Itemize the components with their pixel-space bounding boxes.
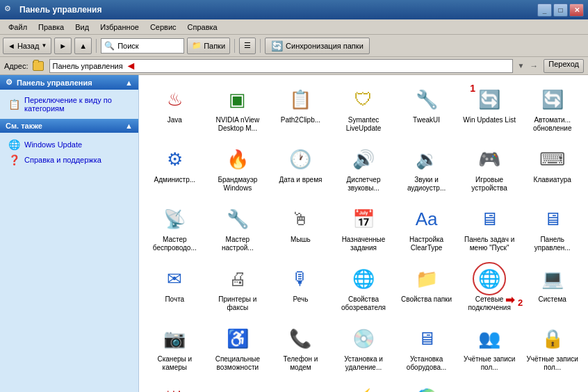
menu-edit[interactable]: Правка — [33, 22, 70, 33]
icon-cleartype: Aa — [416, 210, 438, 228]
icon-item-mail[interactable]: ✉Почта — [145, 260, 205, 317]
address-dropdown-icon[interactable]: ▼ — [517, 62, 524, 70]
icon-item-tasks[interactable]: 📅Назначенные задания — [334, 200, 394, 257]
icon-item-folder[interactable]: 📁Свойства папки — [396, 260, 457, 317]
icon-item-system[interactable]: 💻Система — [522, 260, 582, 317]
sidebar-item-windows-update[interactable]: 🌐 Windows Update — [6, 137, 133, 152]
icon-item-nvidia[interactable]: ▣NVIDIA nView Desktop M... — [208, 81, 268, 138]
icon-label-games: Игровые устройства — [463, 176, 516, 193]
icon-item-network[interactable]: 🌐➡2Сетевые подключения — [459, 260, 520, 317]
icon-label-sounds2: Звуки и аудиоустр... — [400, 176, 453, 193]
forward-button[interactable]: ► — [54, 38, 72, 54]
icon-item-winupdates[interactable]: 🔄1Win Updates List — [459, 81, 520, 138]
icon-java: ♨ — [167, 90, 183, 108]
icon-avtomat: 🔄 — [541, 90, 564, 108]
sync-button[interactable]: 🔄 Синхронизация папки — [265, 38, 370, 54]
icon-sounds2: 🔉 — [416, 150, 438, 168]
icon-item-security[interactable]: 🛡Центр обеспечен... — [145, 379, 205, 392]
icon-item-keyboard[interactable]: ⌨Клавиатура — [522, 140, 582, 197]
icon-label-users1: Учётные записи пол... — [463, 355, 516, 372]
back-dropdown-icon: ▼ — [41, 42, 47, 49]
icon-accessibility: ♿ — [227, 329, 249, 348]
icon-item-hardware[interactable]: 🖥Установка оборудова... — [396, 320, 457, 377]
icon-label-phone: Телефон и модем — [274, 355, 327, 372]
badge-2: 2 — [518, 297, 523, 308]
sync-icon: 🔄 — [271, 40, 283, 51]
menu-service[interactable]: Сервис — [145, 22, 182, 33]
address-input[interactable]: Панель управления ◄ — [49, 59, 514, 73]
icon-item-taskbar[interactable]: 🖥Панель задач и меню "Пуск" — [459, 200, 520, 257]
toolbar-separator3 — [260, 39, 261, 53]
menu-help[interactable]: Справка — [182, 22, 223, 33]
icon-item-path2clip[interactable]: 📋Path2Clipb... — [270, 81, 331, 138]
icon-mail: ✉ — [167, 270, 182, 288]
up-button[interactable]: ▲ — [74, 38, 92, 54]
menu-file[interactable]: Файл — [3, 22, 33, 33]
close-button[interactable]: ✕ — [569, 3, 584, 17]
icon-item-wizard1[interactable]: 📡Мастер беспроводо... — [145, 200, 205, 257]
main-area: ⚙ Панель управления ▲ 📋 Переключение к в… — [0, 75, 588, 392]
icon-label-addremove: Установка и удаление... — [337, 355, 391, 372]
icon-item-symantec[interactable]: 🛡Symantec LiveUpdate — [334, 81, 394, 138]
icon-grid: ♨Java▣NVIDIA nView Desktop M...📋Path2Cli… — [145, 81, 582, 392]
content-area: ♨Java▣NVIDIA nView Desktop M...📋Path2Cli… — [139, 75, 588, 392]
sidebar-section-also-header[interactable]: См. также ▲ — [0, 119, 138, 133]
icon-item-mouse[interactable]: 🖱Мышь — [270, 200, 331, 257]
icon-item-sound[interactable]: 🔊Диспетчер звуковы... — [334, 140, 394, 197]
sidebar-item-help[interactable]: ❓ Справка и поддержка — [6, 152, 133, 168]
icon-item-users2[interactable]: 🔒Учётные записи пол... — [522, 320, 582, 377]
icon-taskbar: 🖥 — [480, 210, 498, 228]
icon-item-fonts[interactable]: AШрифты — [208, 379, 268, 392]
icon-item-sounds2[interactable]: 🔉Звуки и аудиоустр... — [396, 140, 457, 197]
icon-item-phone[interactable]: 📞Телефон и модем — [270, 320, 331, 377]
icon-tasks: 📅 — [352, 210, 375, 228]
icon-item-avtomat[interactable]: 🔄Автомати... обновление — [522, 81, 582, 138]
icon-security: 🛡 — [165, 389, 183, 392]
icon-item-printers[interactable]: 🖨Принтеры и факсы — [208, 260, 268, 317]
sidebar-panel-title2: См. также — [6, 122, 42, 130]
sidebar-section-panel-header[interactable]: ⚙ Панель управления ▲ — [0, 75, 138, 90]
address-nav-icon[interactable]: → — [530, 61, 538, 71]
icon-item-scanners[interactable]: 📷Сканеры и камеры — [145, 320, 205, 377]
icon-item-control[interactable]: 🖥Панель управлен... — [522, 200, 582, 257]
icon-users1: 👥 — [478, 329, 500, 348]
icon-item-tweakui[interactable]: 🔧TweakUI — [396, 81, 457, 138]
icon-label-hardware: Установка оборудова... — [400, 355, 453, 372]
icon-printers: 🖨 — [229, 270, 247, 288]
icon-tweakui: 🔧 — [416, 90, 438, 108]
sidebar-item-categories[interactable]: 📋 Переключение к виду по категориям — [6, 94, 133, 115]
sidebar-also-title-row: См. также — [6, 122, 42, 130]
icon-item-accessibility[interactable]: ♿Специальные возможности — [208, 320, 268, 377]
sidebar-title-row: ⚙ Панель управления — [6, 78, 92, 87]
icon-item-games[interactable]: 🎮Игровые устройства — [459, 140, 520, 197]
icon-item-wizard2[interactable]: 🔧Мастер настрой... — [208, 200, 268, 257]
icon-item-addremove[interactable]: 💿Установка и удаление... — [334, 320, 394, 377]
icon-item-users1[interactable]: 👥Учётные записи пол... — [459, 320, 520, 377]
folders-icon: 📁 — [192, 41, 202, 50]
window-title: Панель управления — [19, 5, 537, 15]
back-button[interactable]: ◄ Назад ▼ — [3, 38, 51, 54]
address-arrow-annotation: ◄ — [126, 60, 137, 72]
icon-item-java[interactable]: ♨Java — [145, 81, 205, 138]
icon-item-datetime[interactable]: 🕐Дата и время — [270, 140, 331, 197]
icon-item-speech[interactable]: 🎙Речь — [270, 260, 331, 317]
icon-item-region[interactable]: 🌍Язык и регональ... — [396, 379, 457, 392]
icon-label-avtomat: Автомати... обновление — [525, 116, 579, 133]
toolbar: ◄ Назад ▼ ► ▲ 🔍 Поиск 📁 Папки ☰ 🔄 Синхро… — [0, 35, 588, 57]
icon-item-admin[interactable]: ⚙Администр... — [145, 140, 205, 197]
maximize-button[interactable]: □ — [553, 3, 568, 17]
menu-favorites[interactable]: Избранное — [95, 22, 145, 33]
menu-view[interactable]: Вид — [70, 22, 95, 33]
icon-system: 💻 — [541, 270, 564, 288]
icon-item-power[interactable]: ⚡Электропи... — [334, 379, 394, 392]
icon-item-firewall[interactable]: 🔥Брандмауэр Windows — [208, 140, 268, 197]
annotation-arrow-2: ➡ — [505, 293, 514, 307]
icon-item-cleartype[interactable]: AaНастройка ClearType — [396, 200, 457, 257]
folders-button[interactable]: 📁 Папки — [187, 38, 230, 54]
icon-item-browser[interactable]: 🌐Свойства обозревателя — [334, 260, 394, 317]
views-button[interactable]: ☰ — [239, 38, 256, 54]
categories-label: Переключение к виду по категориям — [24, 96, 130, 113]
go-button[interactable]: Переход — [544, 59, 584, 73]
icon-item-display[interactable]: 🖥Экран — [270, 379, 331, 392]
minimize-button[interactable]: _ — [537, 3, 552, 17]
